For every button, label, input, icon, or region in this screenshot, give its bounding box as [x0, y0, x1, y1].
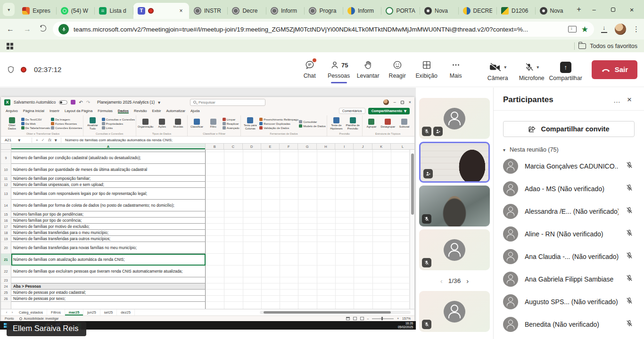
- organization-datatype[interactable]: Organização: [138, 119, 153, 128]
- zoom-out-icon[interactable]: –: [367, 317, 369, 320]
- table-row[interactable]: 11Número de famílias por composição fami…: [1, 176, 414, 182]
- mic-muted-icon[interactable]: [625, 297, 634, 307]
- row-number[interactable]: 10: [1, 164, 11, 176]
- sheet-tab[interactable]: Filtros: [47, 309, 65, 315]
- group-button[interactable]: Agrupar: [364, 119, 379, 128]
- zoom-knob[interactable]: [381, 317, 383, 320]
- downloads-icon[interactable]: [601, 25, 608, 33]
- cell-a24[interactable]: Aba > Pessoas: [11, 283, 206, 290]
- horizontal-scrollbar[interactable]: [260, 311, 411, 314]
- queries-connections-button[interactable]: Consultas e Conexões: [102, 118, 134, 121]
- workbook-title[interactable]: Planejamento 2025 Analytics (1): [97, 100, 155, 105]
- column-header[interactable]: K: [372, 144, 391, 149]
- page-next-icon[interactable]: [466, 277, 469, 285]
- column-header[interactable]: F: [280, 144, 298, 149]
- remove-duplicates-button[interactable]: Remover Duplicadas: [259, 122, 297, 125]
- table-row[interactable]: 14Número de famílias por forma de coleta…: [1, 200, 414, 211]
- more-button[interactable]: Mais: [442, 56, 470, 79]
- cell-a18[interactable]: Número de famílias transferidas para o m…: [11, 230, 206, 236]
- from-web-button[interactable]: Da Web: [21, 122, 49, 125]
- empty-cells[interactable]: [206, 188, 414, 200]
- column-header[interactable]: B: [206, 144, 224, 149]
- mic-muted-icon[interactable]: [625, 161, 634, 171]
- flash-fill-button[interactable]: Preenchimento Relâmpago: [259, 118, 297, 121]
- list-item[interactable]: Augusto SPS... (Não verificado): [503, 291, 635, 313]
- react-button[interactable]: Reagir: [383, 56, 412, 79]
- empty-cells[interactable]: [206, 164, 414, 176]
- mic-button[interactable]: Microfone: [516, 58, 547, 81]
- browser-tab[interactable]: Lista d: [95, 3, 133, 19]
- video-tile[interactable]: [419, 186, 490, 226]
- camera-chevron-icon[interactable]: [504, 65, 506, 70]
- list-item[interactable]: Ana Gabriela Filippi Sambiase: [503, 268, 635, 291]
- forward-icon[interactable]: [23, 25, 32, 33]
- currency-datatype[interactable]: Moedas: [171, 119, 185, 128]
- subtotal-button[interactable]: Subtotal: [397, 119, 412, 128]
- empty-cells[interactable]: [206, 254, 414, 266]
- account-avatar[interactable]: [383, 99, 389, 105]
- page-prev-icon[interactable]: [440, 277, 443, 285]
- browser-tab[interactable]: Decre: [228, 3, 266, 19]
- row-number[interactable]: 20: [1, 242, 11, 254]
- table-row[interactable]: 18Número de famílias transferidas para o…: [1, 230, 414, 236]
- menu-exibir[interactable]: Exibir: [152, 109, 161, 113]
- video-tile[interactable]: [419, 229, 490, 270]
- all-favorites[interactable]: Todos os favoritos: [574, 42, 637, 50]
- share-workbook-button[interactable]: Compartilhamento: [368, 108, 410, 114]
- comments-button[interactable]: Comentários: [339, 108, 365, 114]
- scrollbar-thumb[interactable]: [264, 311, 391, 314]
- menu-arquivo[interactable]: Arquivo: [6, 109, 18, 113]
- cell-a17[interactable]: Número de famílias por motivo de exclusã…: [11, 224, 206, 230]
- table-row-section-header[interactable]: 24Aba > Pessoas: [1, 283, 414, 290]
- empty-cells[interactable]: [206, 230, 414, 236]
- cell-a20[interactable]: Número de famílias transferidas para nov…: [11, 242, 206, 254]
- empty-cells[interactable]: [206, 224, 414, 230]
- table-row[interactable]: 16Número famílias por tipo de ocorrência…: [1, 218, 414, 224]
- view-button[interactable]: Exibição: [413, 56, 441, 79]
- get-data-button[interactable]: Obter Dados: [5, 117, 19, 130]
- row-number[interactable]: 26: [1, 296, 11, 302]
- maximize-button[interactable]: [603, 2, 622, 16]
- row-number[interactable]: 9: [1, 152, 11, 164]
- profile-avatar[interactable]: [615, 24, 626, 35]
- sheet-tab[interactable]: jun25: [83, 309, 100, 315]
- mic-muted-icon[interactable]: [625, 206, 634, 217]
- row-number[interactable]: 17: [1, 224, 11, 230]
- browser-tab[interactable]: DECRE: [459, 3, 497, 19]
- browser-tab[interactable]: Expres: [18, 3, 56, 19]
- zoom-level[interactable]: 157%: [402, 317, 411, 320]
- column-header[interactable]: H: [317, 144, 335, 149]
- refresh-all-button[interactable]: Atualizar Tudo: [85, 117, 100, 130]
- table-row[interactable]: 9Número de famílias por condição cadastr…: [1, 152, 414, 164]
- sheet-next-icon[interactable]: ›: [9, 310, 15, 315]
- row-number[interactable]: 14: [1, 200, 11, 211]
- empty-cells[interactable]: [206, 182, 414, 188]
- zoom-in-icon[interactable]: +: [397, 317, 399, 320]
- cell-a10[interactable]: Número de famílias por quantidade de mes…: [11, 164, 206, 176]
- cell-a11[interactable]: Número de famílias por composição famili…: [11, 176, 206, 182]
- empty-cells[interactable]: [206, 266, 414, 277]
- bookmark-star-icon[interactable]: [581, 24, 588, 34]
- empty-cells[interactable]: [206, 283, 414, 290]
- url-text[interactable]: teams.microsoft.com/v2/?meetingjoin=true…: [74, 26, 563, 33]
- screen-share-area[interactable]: Salvamento Automático Planejamento 2025 …: [0, 88, 416, 330]
- vertical-scrollbar[interactable]: [410, 150, 414, 309]
- empty-cells[interactable]: [206, 290, 414, 296]
- scrollbar-thumb[interactable]: [411, 153, 414, 215]
- filter-button[interactable]: Filtro: [206, 119, 221, 128]
- row-number[interactable]: 12: [1, 182, 11, 188]
- list-item[interactable]: Alessandra /E... (Não verificado): [503, 200, 635, 223]
- cell-a25[interactable]: Número de pessoas por estado cadastral;: [11, 290, 206, 296]
- page-break-icon[interactable]: [360, 317, 364, 320]
- autosave-toggle[interactable]: [59, 100, 67, 105]
- redo-icon[interactable]: [86, 100, 90, 105]
- new-tab-button[interactable]: [574, 3, 584, 16]
- menu-ajuda[interactable]: Ajuda: [190, 109, 199, 113]
- forecast-sheet-button[interactable]: Planilha de Previsão: [346, 117, 360, 130]
- menu-revisao[interactable]: Revisão: [134, 109, 147, 113]
- cell-a12[interactable]: Número de famílias unipessoais, com e se…: [11, 182, 206, 188]
- cancel-icon[interactable]: ×: [36, 138, 38, 142]
- active-speaker-tile[interactable]: [419, 142, 490, 183]
- panel-close-icon[interactable]: [623, 95, 636, 105]
- mic-chevron-icon[interactable]: [537, 65, 539, 70]
